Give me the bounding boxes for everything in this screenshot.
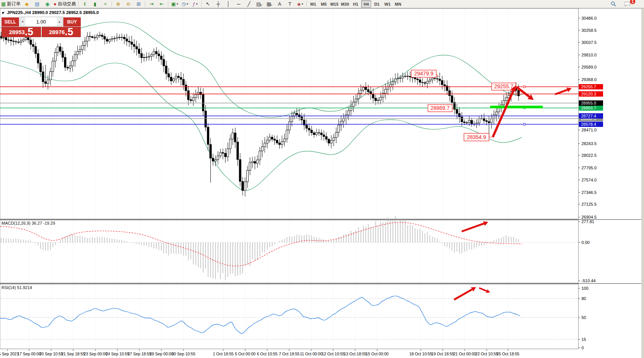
trendline-button[interactable]: ╱ (244, 0, 254, 8)
bar-chart-button[interactable]: ‖ (80, 0, 90, 8)
chart-canvas[interactable]: 29479.929255.728869.728354.930486.030258… (0, 0, 644, 358)
svg-text:29255.7: 29255.7 (494, 83, 514, 89)
svg-text:26904.5: 26904.5 (581, 215, 597, 219)
toolbar-group-scroll: ⇥⇤ (146, 0, 167, 8)
profiles-button[interactable]: ◆ (22, 0, 32, 8)
svg-text:29368.0: 29368.0 (581, 77, 597, 82)
svg-text:30037.5: 30037.5 (581, 40, 597, 45)
crosshair-button[interactable]: ┼ (213, 0, 223, 8)
search-icon[interactable] (608, 0, 619, 8)
tile-windows-icon: ⊞ (136, 2, 141, 6)
vline-icon: │ (227, 2, 230, 6)
toolbar-group-zoom: ⊕⊖⊞ (113, 0, 144, 8)
new-order-button[interactable]: ▦新订单 (0, 0, 22, 8)
svg-text:15: 15 (581, 337, 586, 342)
svg-text:20 Sep 10:55: 20 Sep 10:55 (39, 352, 63, 356)
autotrading-button[interactable]: ●自动交易 (52, 0, 77, 8)
svg-text:29120.3: 29120.3 (581, 92, 596, 96)
icon-letter: F (270, 3, 272, 7)
buy-price-frac: .5 (65, 27, 74, 37)
chart-marker-icon: ◤ (2, 11, 5, 15)
toolbar-group-windows: ▣▾◷▾ƒ▾ (169, 0, 200, 8)
cursor-button[interactable]: ↖ (203, 0, 213, 8)
chevron-down-icon: ▾ (196, 2, 197, 6)
navigator-button[interactable]: ◉ (42, 0, 52, 8)
text-button[interactable]: A (274, 0, 285, 8)
rsi-indicator-label: RSI(14) 51.9214 (2, 285, 32, 290)
window-right-edge (641, 8, 644, 358)
line-chart-icon: ≈ (104, 2, 107, 6)
svg-text:27 Sep 18:55: 27 Sep 18:55 (128, 352, 152, 356)
svg-text:23 Sep 00:00: 23 Sep 00:00 (84, 352, 108, 356)
svg-text:29255.7: 29255.7 (581, 84, 596, 89)
notifications-icon[interactable]: 1 (622, 0, 633, 8)
zoom-out-icon: ⊖ (126, 2, 130, 6)
svg-text:27125.5: 27125.5 (581, 202, 597, 206)
fibonacci-button[interactable]: ▦F (264, 0, 274, 8)
timeframe-h1[interactable]: H1 (351, 0, 360, 8)
svg-text:28869.7: 28869.7 (581, 106, 596, 110)
vline-button[interactable]: │ (223, 0, 233, 8)
support-highlight-bar (490, 106, 543, 108)
label-button[interactable]: T (285, 0, 295, 8)
svg-text:28243.5: 28243.5 (581, 141, 597, 146)
timeframe-w1[interactable]: W1 (382, 0, 392, 8)
period-button[interactable]: ◷▾ (180, 0, 190, 8)
timeframe-m30[interactable]: M30 (340, 0, 350, 8)
channel-button[interactable]: ▨E (254, 0, 264, 8)
timeframe-m15[interactable]: M15 (329, 0, 339, 8)
buy-button[interactable]: BUY (63, 17, 81, 27)
svg-text:0: 0 (581, 345, 584, 350)
sell-button[interactable]: SELL (2, 17, 19, 27)
auto-scroll-button[interactable]: ⇥ (146, 0, 157, 8)
sell-price[interactable]: 28953 .5 (2, 27, 41, 37)
toolbar-group-chart-type: ‖▮≈ (80, 0, 110, 8)
svg-text:100: 100 (581, 286, 588, 291)
buy-price[interactable]: 28976 .5 (42, 27, 81, 37)
timeframe-m5[interactable]: M5 (319, 0, 329, 8)
zoom-out-button[interactable]: ⊖ (123, 0, 133, 8)
svg-text:30 Sep 10:55: 30 Sep 10:55 (172, 352, 196, 356)
tile-windows-button[interactable]: ⊞ (133, 0, 144, 8)
svg-text:28354.9: 28354.9 (467, 134, 486, 140)
new-chart-button[interactable]: ▣▾ (169, 0, 180, 8)
timeframe-h4[interactable]: H4 (361, 0, 371, 8)
toolbar-separator (145, 1, 145, 7)
toolbar-group-draw: ↖┼│─╱▨E▦FAT◈▾ (203, 0, 305, 8)
toolbar-separator (168, 1, 168, 7)
zoom-in-button[interactable]: ⊕ (113, 0, 123, 8)
indicators-button[interactable]: ƒ▾ (190, 0, 200, 8)
candle-chart-button[interactable]: ▮ (90, 0, 100, 8)
symbol-info-bar: ◤ JPN225-,H4 28990.0 29027.5 28952.5 289… (2, 10, 99, 15)
volume-down-icon[interactable]: ▼ (20, 17, 25, 26)
macd-indicator-label: MACD(12,26,9) 36.27 -19.29 (2, 221, 55, 225)
svg-text:29810.0: 29810.0 (581, 53, 597, 57)
cursor-icon: ↖ (206, 2, 210, 6)
trend-arrows (493, 86, 572, 137)
svg-text:18 Oct 10:55: 18 Oct 10:55 (409, 352, 432, 356)
timeframe-mn[interactable]: MN (393, 0, 403, 8)
navigator-icon: ◉ (45, 2, 49, 6)
market-watch-button[interactable]: ▤ (32, 0, 42, 8)
toolbar-separator (78, 1, 78, 7)
line-chart-button[interactable]: ≈ (100, 0, 110, 8)
chart-shift-button[interactable]: ⇤ (157, 0, 167, 8)
svg-text:277.81: 277.81 (581, 219, 594, 224)
sell-price-frac: .5 (25, 27, 33, 37)
candles-layer (0, 31, 520, 196)
gridlines (8, 9, 508, 349)
price-axis[interactable]: 30486.030258.530037.529810.029589.029368… (578, 16, 603, 219)
svg-text:21 Oct 00:00: 21 Oct 00:00 (453, 352, 476, 356)
svg-text:21 Sep 18:55: 21 Sep 18:55 (61, 352, 85, 356)
zoom-in-icon: ⊕ (116, 2, 120, 6)
timeframe-d1[interactable]: D1 (372, 0, 382, 8)
buy-price-main: 28976 (49, 28, 65, 37)
toolbar-separator (306, 1, 307, 7)
date-axis[interactable]: 15 Sep 202117 Sep 00:0020 Sep 10:5521 Se… (0, 349, 519, 356)
timeframe-m1[interactable]: M1 (308, 0, 318, 8)
volume-input[interactable] (25, 17, 57, 26)
hline-button[interactable]: ─ (233, 0, 244, 8)
volume-up-icon[interactable]: ▲ (57, 17, 62, 26)
shapes-button[interactable]: ◈▾ (295, 0, 305, 8)
macd-signal-line (0, 222, 522, 266)
